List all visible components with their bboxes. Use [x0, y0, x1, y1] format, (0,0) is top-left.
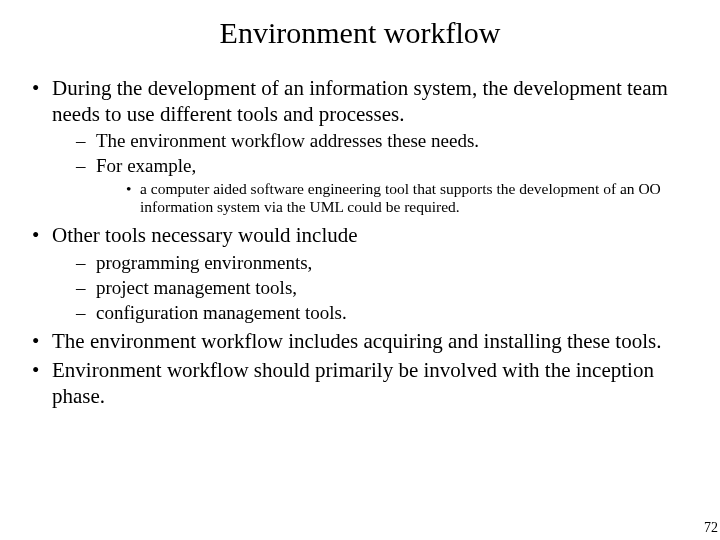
- sub-bullet-text: programming environments,: [96, 252, 312, 273]
- sub-bullet-list: programming environments, project manage…: [52, 251, 692, 325]
- bullet-item: Other tools necessary would include prog…: [26, 223, 692, 324]
- sub-bullet-item: The environment workflow addresses these…: [76, 129, 692, 152]
- bullet-text: Other tools necessary would include: [52, 223, 358, 247]
- sub-bullet-item: programming environments,: [76, 251, 692, 274]
- page-number: 72: [704, 520, 718, 536]
- subsub-bullet-item: a computer aided software engineering to…: [126, 180, 692, 218]
- subsub-bullet-list: a computer aided software engineering to…: [96, 180, 692, 218]
- sub-bullet-text: project management tools,: [96, 277, 297, 298]
- bullet-text: Environment workflow should primarily be…: [52, 358, 654, 408]
- slide-title: Environment workflow: [0, 16, 720, 50]
- subsub-bullet-text: a computer aided software engineering to…: [140, 180, 661, 216]
- sub-bullet-item: configuration management tools.: [76, 301, 692, 324]
- sub-bullet-item: project management tools,: [76, 276, 692, 299]
- bullet-item: Environment workflow should primarily be…: [26, 358, 692, 409]
- slide-body: During the development of an information…: [0, 76, 720, 409]
- sub-bullet-text: configuration management tools.: [96, 302, 347, 323]
- sub-bullet-text: The environment workflow addresses these…: [96, 130, 479, 151]
- bullet-text: During the development of an information…: [52, 76, 668, 126]
- bullet-list: During the development of an information…: [26, 76, 692, 409]
- sub-bullet-list: The environment workflow addresses these…: [52, 129, 692, 217]
- sub-bullet-item: For example, a computer aided software e…: [76, 154, 692, 217]
- slide: Environment workflow During the developm…: [0, 0, 720, 540]
- sub-bullet-text: For example,: [96, 155, 196, 176]
- bullet-item: During the development of an information…: [26, 76, 692, 217]
- bullet-item: The environment workflow includes acquir…: [26, 329, 692, 355]
- bullet-text: The environment workflow includes acquir…: [52, 329, 661, 353]
